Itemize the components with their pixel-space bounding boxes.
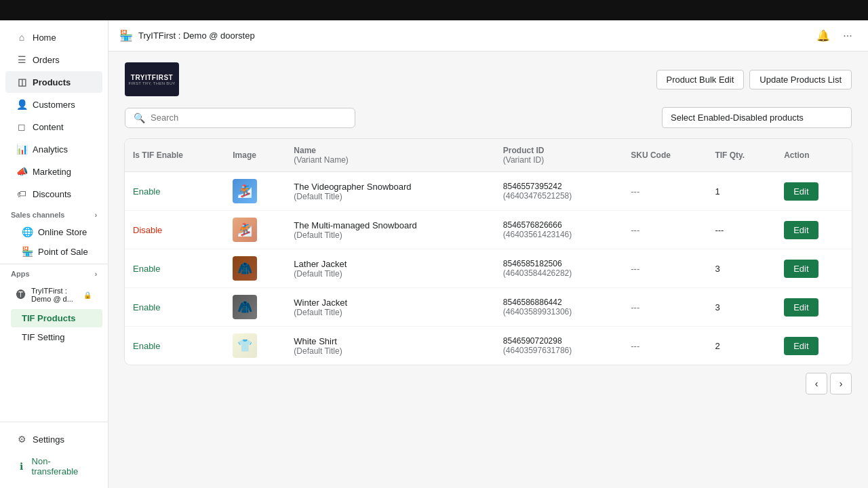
analytics-icon: 📊 xyxy=(16,144,27,155)
cell-action: Edit xyxy=(776,249,852,288)
product-name: Winter Jacket xyxy=(294,298,487,308)
products-icon: ◫ xyxy=(16,77,27,87)
sidebar-item-label: Home xyxy=(33,33,56,43)
store-icon: 🏪 xyxy=(119,29,133,42)
sidebar-item-settings[interactable]: ⚙ Settings xyxy=(5,428,102,450)
cell-product-id: 8546576826666 (46403561423146) xyxy=(495,211,623,249)
status-badge: Enable xyxy=(133,302,160,312)
sidebar-item-tryitfirst[interactable]: 🅣 TryITFirst : Demo @ d... 🔒 xyxy=(5,281,102,308)
col-product-id: Product ID(Variant ID) xyxy=(495,139,623,172)
cell-name: White Shirt (Default Title) xyxy=(285,327,495,365)
sidebar-item-tif-setting[interactable]: TIF Setting xyxy=(11,328,102,346)
cell-name: Lather Jacket (Default Title) xyxy=(285,249,495,288)
sidebar-item-label: Orders xyxy=(33,55,60,65)
cell-status: Enable xyxy=(125,172,224,211)
search-icon: 🔍 xyxy=(134,113,145,123)
store-name: TryITFirst : Demo @ doorstep xyxy=(138,30,255,41)
cell-product-id: 8546557395242 (46403476521258) xyxy=(495,172,623,211)
sidebar-item-products[interactable]: ◫ Products xyxy=(5,71,102,93)
sidebar-item-label: Non-transferable xyxy=(32,456,92,476)
sku-value: --- xyxy=(631,302,639,312)
product-id: 8546576826666 xyxy=(503,220,614,230)
product-id: 8546557395242 xyxy=(503,182,614,191)
sidebar-item-marketing[interactable]: 📣 Marketing xyxy=(5,161,102,182)
filter-container: Select Enabled-Disabled products All pro… xyxy=(662,107,852,128)
marketing-icon: 📣 xyxy=(16,166,27,177)
cell-status: Disable xyxy=(125,211,224,249)
more-options-icon[interactable]: ··· xyxy=(838,26,857,45)
product-id: 8546585182506 xyxy=(503,259,614,268)
cell-sku: --- xyxy=(623,288,707,327)
bulk-edit-button[interactable]: Product Bulk Edit xyxy=(656,70,745,89)
edit-button[interactable]: Edit xyxy=(784,260,818,278)
settings-icon: ⚙ xyxy=(16,434,27,445)
customers-icon: 👤 xyxy=(16,99,27,110)
sales-channels-arrow[interactable]: › xyxy=(95,211,97,219)
sidebar-item-home[interactable]: ⌂ Home xyxy=(5,26,102,48)
cell-qty: 3 xyxy=(707,288,776,327)
sidebar-item-analytics[interactable]: 📊 Analytics xyxy=(5,138,102,160)
search-input[interactable] xyxy=(151,113,347,123)
edit-button[interactable]: Edit xyxy=(784,337,818,355)
info-icon: ℹ xyxy=(16,461,26,472)
cell-image: 🏂 xyxy=(224,211,285,249)
sku-value: --- xyxy=(631,186,639,197)
cell-qty: 2 xyxy=(707,327,776,365)
apps-section: Apps › 🅣 TryITFirst : Demo @ d... 🔒 TIF … xyxy=(0,264,108,346)
col-image: Image xyxy=(224,139,285,172)
cell-qty: --- xyxy=(707,211,776,249)
edit-button[interactable]: Edit xyxy=(784,182,818,201)
brand-name: TRYITFIRST xyxy=(131,74,173,81)
product-name: White Shirt xyxy=(294,336,487,346)
sidebar-item-label: Point of Sale xyxy=(38,247,88,257)
sidebar-item-content[interactable]: ◻ Content xyxy=(5,116,102,138)
notification-icon[interactable]: 🔔 xyxy=(814,26,833,45)
sidebar-item-non-transferable[interactable]: ℹ Non-transferable xyxy=(5,451,102,482)
sidebar-item-label: TryITFirst : Demo @ d... xyxy=(31,287,78,303)
sidebar-item-label: Content xyxy=(33,122,64,132)
edit-button[interactable]: Edit xyxy=(784,221,818,239)
sidebar-item-label: TIF Products xyxy=(22,313,75,323)
cell-status: Enable xyxy=(125,288,224,327)
update-list-button[interactable]: Update Products List xyxy=(749,70,852,89)
cell-qty: 3 xyxy=(707,249,776,288)
cell-image: 🏂 xyxy=(224,172,285,211)
status-badge: Enable xyxy=(133,341,160,351)
cell-product-id: 8546585182506 (46403584426282) xyxy=(495,249,623,288)
next-page-button[interactable]: › xyxy=(830,373,852,394)
sidebar-item-customers[interactable]: 👤 Customers xyxy=(5,94,102,115)
sales-channels-section: Sales channels › xyxy=(0,205,108,222)
sidebar-item-point-of-sale[interactable]: 🏪 Point of Sale xyxy=(11,242,102,261)
cell-product-id: 8546586886442 (46403589931306) xyxy=(495,288,623,327)
qty-value: 1 xyxy=(715,186,719,197)
cell-sku: --- xyxy=(623,327,707,365)
sidebar-item-label: Discounts xyxy=(33,189,71,199)
variant-id: (46403589931306) xyxy=(503,307,614,317)
sidebar-item-online-store[interactable]: 🌐 Online Store xyxy=(11,222,102,241)
point-of-sale-icon: 🏪 xyxy=(22,246,33,257)
cell-qty: 1 xyxy=(707,172,776,211)
product-id: 8546586886442 xyxy=(503,298,614,307)
app-sub-items: TIF Products TIF Setting xyxy=(0,309,108,346)
sidebar-item-orders[interactable]: ☰ Orders xyxy=(5,49,102,70)
status-badge: Enable xyxy=(133,264,160,274)
sidebar-item-discounts[interactable]: 🏷 Discounts xyxy=(5,183,102,205)
qty-value: 3 xyxy=(715,264,719,274)
status-filter-select[interactable]: Select Enabled-Disabled products All pro… xyxy=(662,107,852,128)
cell-action: Edit xyxy=(776,327,852,365)
edit-button[interactable]: Edit xyxy=(784,298,818,317)
col-sku: SKU Code xyxy=(623,139,707,172)
online-store-icon: 🌐 xyxy=(22,226,33,237)
sales-channels-list: 🌐 Online Store 🏪 Point of Sale xyxy=(0,222,108,261)
variant-id: (46403597631786) xyxy=(503,346,614,355)
sidebar-item-tif-products[interactable]: TIF Products xyxy=(11,309,102,327)
table-row: Disable 🏂 The Multi-managed Snowboard (D… xyxy=(125,211,852,249)
apps-arrow[interactable]: › xyxy=(95,270,97,278)
cell-name: Winter Jacket (Default Title) xyxy=(285,288,495,327)
product-image: 🧥 xyxy=(233,256,257,281)
product-image: 🏂 xyxy=(233,218,257,242)
sidebar: ⌂ Home ☰ Orders ◫ Products 👤 Customers ◻… xyxy=(0,20,108,488)
product-image: 🏂 xyxy=(233,179,257,203)
sku-value: --- xyxy=(631,341,639,351)
prev-page-button[interactable]: ‹ xyxy=(806,373,827,394)
